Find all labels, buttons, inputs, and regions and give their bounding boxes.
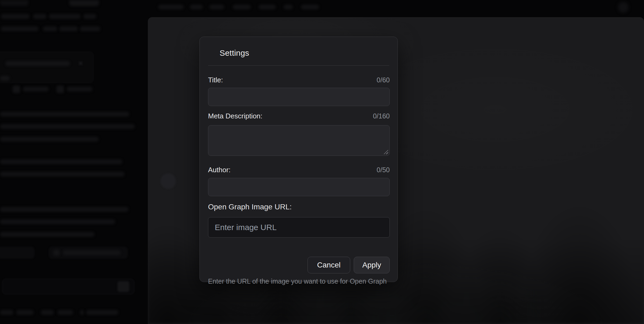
gear-icon (618, 2, 629, 13)
sidebar-text-blob (58, 310, 73, 315)
author-label: Author: (208, 166, 231, 174)
og-image-helper-text: Enter the URL of the image you want to u… (208, 277, 390, 285)
breadcrumb-blob (209, 5, 224, 9)
breadcrumb-blob (284, 5, 293, 9)
title-label: Title: (208, 76, 223, 84)
sidebar-text-blob (0, 172, 124, 177)
dialog-button-row: Cancel Apply (208, 257, 390, 273)
meta-description-label: Meta Description: (208, 112, 262, 120)
title-char-counter: 0/60 (377, 76, 390, 84)
pill-icon-blob (53, 250, 60, 256)
sidebar-text-blob (0, 207, 128, 212)
editor-tab-blob (23, 87, 49, 91)
sidebar-text-blob (80, 26, 100, 31)
breadcrumb-blob (190, 5, 203, 9)
card-text-blob (5, 61, 70, 66)
author-input[interactable] (208, 178, 390, 196)
card-text-blob (0, 76, 10, 81)
title-input[interactable] (208, 88, 390, 106)
sidebar-text-blob (43, 26, 57, 31)
editor-tab-icon (13, 86, 20, 93)
apply-button[interactable]: Apply (354, 257, 390, 273)
sidebar-text-blob (0, 219, 115, 224)
dialog-title: Settings (220, 48, 249, 58)
sidebar-text-blob (0, 159, 122, 164)
pill-text-blob (63, 250, 121, 255)
breadcrumb-blob (233, 5, 251, 9)
sidebar-text-blob (41, 310, 54, 315)
preview-tab-blob (67, 87, 92, 91)
sidebar-text-blob (1, 14, 30, 19)
cancel-button[interactable]: Cancel (307, 257, 350, 273)
sidebar-text-blob (49, 14, 81, 19)
sidebar-text-blob (59, 26, 78, 31)
sidebar-text-blob (0, 310, 13, 315)
background-circle (161, 174, 176, 189)
context-card (0, 52, 94, 83)
breadcrumb-blob (158, 5, 184, 9)
divider (208, 65, 389, 66)
send-button-blurred (117, 281, 129, 292)
sidebar-pill-button (0, 247, 34, 258)
meta-description-char-counter: 0/160 (373, 112, 390, 120)
author-char-counter: 0/50 (377, 166, 390, 174)
sidebar-text-blob (33, 14, 46, 19)
app-screen: ✕ (0, 0, 644, 324)
sidebar-text-blob (0, 232, 94, 237)
sidebar-text-blob (0, 137, 99, 142)
sidebar-text-blob (80, 310, 84, 315)
meta-description-textarea[interactable] (208, 125, 390, 156)
sidebar-text-blob (1, 26, 38, 31)
preview-tab-icon (56, 86, 64, 93)
sidebar-text-blob (0, 124, 135, 129)
sidebar-text-blob (16, 310, 34, 315)
og-image-url-label: Open Graph Image URL: (208, 203, 292, 211)
sidebar-text-blob (83, 14, 96, 19)
breadcrumb-blob (301, 5, 319, 9)
close-icon: ✕ (78, 60, 83, 67)
settings-dialog: Settings Title: 0/60 Meta Description: 0… (199, 37, 398, 282)
chat-sidebar: ✕ (0, 0, 146, 324)
breadcrumb-blob (259, 5, 276, 9)
sidebar-text-blob (86, 310, 118, 315)
sidebar-text-blob (0, 112, 129, 117)
chat-input-blurred (2, 279, 134, 294)
og-image-url-input[interactable] (208, 217, 390, 238)
